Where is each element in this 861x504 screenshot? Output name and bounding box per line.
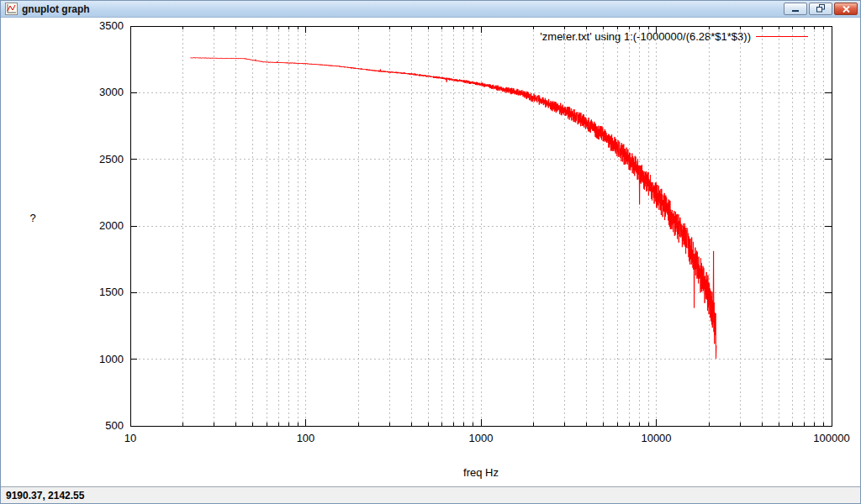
gnuplot-app-icon (5, 3, 18, 15)
window-title: gnuplot graph (22, 3, 90, 15)
x-tick-label: 100 (297, 432, 315, 444)
status-bar: 9190.37, 2142.55 (1, 486, 860, 503)
x-tick-label: 10000 (641, 432, 671, 444)
legend-entry-label: 'zmeter.txt' using 1:(-1000000/(6.28*$1*… (540, 30, 751, 43)
y-tick-label: 2500 (99, 153, 124, 165)
restore-down-icon (816, 3, 826, 15)
restore-button[interactable] (809, 3, 832, 15)
y-axis-label: ? (29, 212, 35, 224)
titlebar[interactable]: gnuplot graph (1, 1, 860, 18)
mouse-coordinates: 9190.37, 2142.55 (6, 490, 84, 501)
x-tick-label: 10 (124, 432, 136, 444)
gnuplot-chart[interactable]: 'zmeter.txt' using 1:(-1000000/(6.28*$1*… (1, 18, 860, 486)
gnuplot-window: gnuplot graph (0, 0, 861, 504)
window-controls (782, 3, 858, 15)
y-tick-label: 1500 (99, 286, 124, 298)
y-tick-label: 1000 (99, 353, 124, 365)
x-tick-label: 1000 (469, 432, 494, 444)
y-tick-label: 3000 (99, 86, 124, 98)
y-tick-label: 500 (105, 419, 124, 432)
plot-canvas[interactable]: 'zmeter.txt' using 1:(-1000000/(6.28*$1*… (1, 18, 860, 486)
data-series-line (190, 58, 716, 359)
close-icon (843, 3, 850, 15)
close-button[interactable] (834, 3, 858, 15)
x-axis-label: freq Hz (463, 466, 499, 479)
y-tick-label: 3500 (99, 19, 124, 32)
minimize-button[interactable] (784, 3, 807, 15)
minimize-icon (792, 3, 800, 15)
x-tick-label: 100000 (813, 432, 849, 444)
y-tick-label: 2000 (99, 219, 124, 232)
